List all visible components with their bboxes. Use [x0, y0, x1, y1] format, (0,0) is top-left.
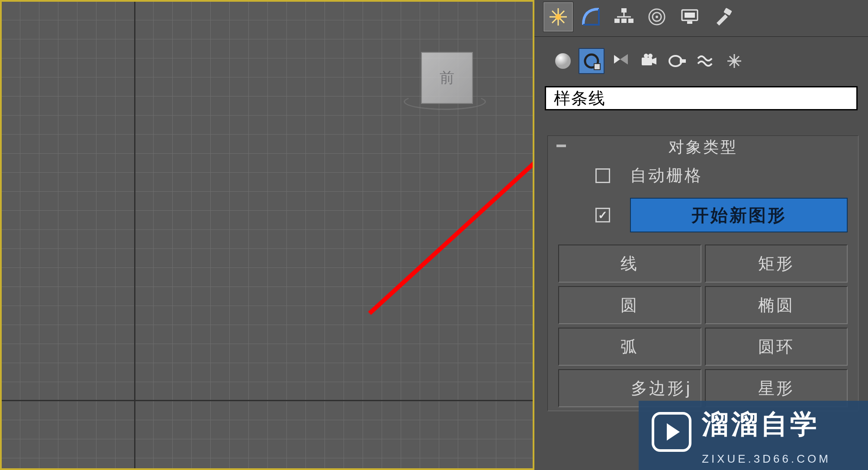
autogrid-row: 自动栅格 [558, 164, 848, 187]
display-monitor-icon [679, 6, 700, 27]
create-star-icon [548, 6, 569, 27]
svg-point-24 [648, 54, 653, 58]
watermark-play-icon [652, 412, 691, 452]
shapes-circle-icon [582, 52, 601, 71]
subcat-geometry[interactable] [550, 48, 576, 74]
rollout-object-type: 对象类型 自动栅格 开始新图形 线 矩形 圆 [547, 135, 858, 411]
tab-display[interactable] [675, 2, 705, 32]
object-button-label: 弧 [620, 336, 639, 358]
object-button-label: 圆 [620, 294, 639, 316]
object-button-label: 线 [620, 253, 639, 275]
subcat-helpers[interactable] [664, 48, 690, 74]
svg-rect-17 [687, 21, 692, 24]
subcat-systems[interactable] [721, 48, 747, 74]
viewcube-face-label: 前 [440, 68, 454, 88]
object-button-circle[interactable]: 圆 [558, 286, 701, 324]
watermark: 溜溜自学 ZIXUE.3D66.COM [639, 401, 868, 470]
annotation-letter: j [686, 379, 692, 398]
shape-category-dropdown[interactable]: 样条线 [545, 86, 858, 110]
svg-rect-11 [628, 19, 633, 23]
rollout-header[interactable]: 对象类型 [548, 136, 858, 158]
viewcube[interactable]: 前 [417, 52, 477, 113]
svg-point-25 [669, 56, 682, 66]
autogrid-label: 自动栅格 [630, 164, 703, 187]
object-button-label: 矩形 [758, 253, 794, 275]
tab-modify[interactable] [576, 2, 606, 32]
create-subcategory-bar [534, 37, 868, 80]
start-new-shape-checkbox[interactable] [595, 208, 610, 222]
object-button-donut[interactable]: 圆环 [705, 328, 848, 366]
camera-icon [639, 52, 658, 71]
start-new-shape-label: 开始新图形 [691, 203, 787, 227]
svg-rect-18 [723, 8, 732, 16]
subcat-spacewarps[interactable] [693, 48, 719, 74]
motion-disc-icon [646, 6, 667, 27]
object-button-rectangle[interactable]: 矩形 [705, 245, 848, 283]
svg-rect-16 [685, 13, 695, 18]
tape-measure-icon [668, 52, 687, 71]
tab-create[interactable] [543, 2, 573, 32]
tab-hierarchy[interactable] [609, 2, 639, 32]
object-button-line[interactable]: 线 [558, 245, 701, 283]
object-button-label: 圆环 [758, 336, 794, 358]
object-button-ellipse[interactable]: 椭圆 [705, 286, 848, 324]
hammer-icon [712, 6, 733, 27]
sphere-icon [553, 52, 572, 71]
command-panel: 样条线 对象类型 自动栅格 开始新图形 线 矩形 [534, 0, 868, 470]
start-new-shape-button[interactable]: 开始新图形 [630, 198, 848, 232]
svg-rect-26 [680, 59, 686, 63]
modify-arc-icon [581, 6, 601, 27]
gear-burst-icon [725, 52, 744, 71]
rollout-title: 对象类型 [669, 137, 738, 158]
watermark-title: 溜溜自学 [702, 406, 820, 442]
start-new-shape-row: 开始新图形 [558, 198, 848, 232]
dropdown-value: 样条线 [554, 87, 606, 109]
panel-tab-bar [534, 0, 868, 37]
svg-point-14 [656, 16, 658, 18]
svg-rect-21 [594, 64, 600, 70]
svg-point-5 [555, 14, 561, 20]
svg-point-31 [732, 59, 736, 63]
viewport-axis-vertical [134, 2, 135, 468]
viewport-axis-horizontal [2, 400, 533, 401]
svg-rect-6 [621, 8, 627, 13]
autogrid-checkbox[interactable] [595, 168, 610, 183]
hierarchy-icon [614, 6, 634, 27]
wave-icon [696, 52, 715, 71]
svg-rect-9 [614, 19, 620, 23]
object-button-label: 椭圆 [758, 294, 794, 316]
object-button-arc[interactable]: 弧 [558, 328, 701, 366]
viewport-front[interactable]: 前 [0, 0, 534, 470]
object-type-button-grid: 线 矩形 圆 椭圆 弧 圆环 多边形 j [558, 245, 848, 407]
subcat-shapes[interactable] [579, 48, 604, 74]
svg-rect-10 [621, 19, 627, 23]
collapse-icon [556, 145, 566, 147]
watermark-url: ZIXUE.3D66.COM [702, 452, 831, 466]
object-button-label: 星形 [758, 377, 794, 399]
subcat-lights[interactable] [607, 48, 633, 74]
viewcube-ring[interactable] [404, 93, 486, 110]
svg-point-19 [555, 53, 571, 69]
svg-point-23 [644, 54, 648, 58]
tab-motion[interactable] [642, 2, 672, 32]
object-button-label: 多边形 [631, 377, 685, 399]
spotlight-icon [611, 52, 630, 71]
subcat-cameras[interactable] [636, 48, 662, 74]
tab-utilities[interactable] [707, 2, 738, 32]
svg-rect-22 [642, 58, 652, 65]
